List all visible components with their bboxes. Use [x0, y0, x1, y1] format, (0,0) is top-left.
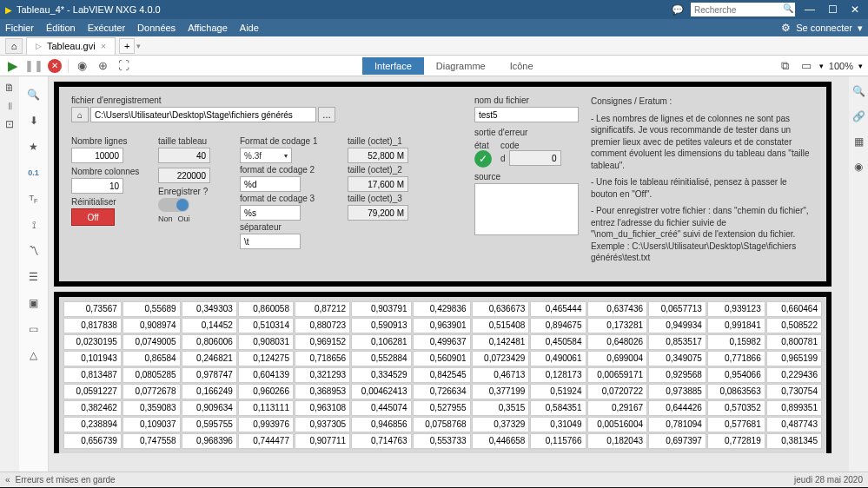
- status-errors-label[interactable]: Erreurs et mises en garde: [16, 475, 116, 485]
- table-cell[interactable]: 0,0772678: [123, 384, 181, 399]
- table-cell[interactable]: 0,182043: [587, 433, 648, 449]
- table-cell[interactable]: 0,101943: [63, 351, 122, 366]
- table-cell[interactable]: 0,246821: [182, 351, 237, 366]
- table-cell[interactable]: 0,772819: [707, 433, 765, 449]
- palette-star-icon[interactable]: ★: [24, 137, 43, 156]
- table-cell[interactable]: 0,508522: [766, 318, 822, 333]
- table-cell[interactable]: 0,115766: [530, 433, 586, 449]
- table-cell[interactable]: 0,965199: [766, 351, 822, 366]
- table-cell[interactable]: 0,880723: [295, 318, 350, 333]
- table-cell[interactable]: 0,487743: [766, 417, 822, 432]
- table-cell[interactable]: 0,552884: [351, 351, 412, 366]
- table-cell[interactable]: 0,0720722: [587, 384, 648, 399]
- table-cell[interactable]: 0,381345: [766, 433, 822, 449]
- table-cell[interactable]: 0,806006: [182, 334, 237, 350]
- format3-input[interactable]: [240, 205, 301, 221]
- table-cell[interactable]: 0,31049: [530, 417, 586, 432]
- table-cell[interactable]: 0,813487: [63, 367, 122, 383]
- table-cell[interactable]: 0,229436: [766, 367, 822, 383]
- table-cell[interactable]: 0,590913: [351, 318, 412, 333]
- document-tab[interactable]: ▷ Tableau.gvi ×: [26, 37, 116, 55]
- table-cell[interactable]: 0,0591227: [63, 384, 122, 399]
- highlight-button[interactable]: ⊕: [95, 58, 110, 74]
- table-cell[interactable]: 0,939123: [707, 301, 765, 317]
- zoom-level[interactable]: 100%: [829, 61, 853, 71]
- table-cell[interactable]: 0,14452: [182, 318, 237, 333]
- probe-button[interactable]: ◉: [74, 58, 89, 74]
- table-cell[interactable]: 0,359083: [123, 400, 181, 416]
- new-window-icon[interactable]: ⧉: [778, 58, 793, 74]
- table-cell[interactable]: 0,993976: [238, 417, 294, 432]
- table-cell[interactable]: 0,781094: [648, 417, 706, 432]
- table-cell[interactable]: 0,15982: [707, 334, 765, 350]
- table-cell[interactable]: 0,46713: [472, 367, 530, 383]
- table-cell[interactable]: 0,0723429: [472, 351, 530, 366]
- table-cell[interactable]: 0,128173: [530, 367, 586, 383]
- maximize-button[interactable]: ☐: [825, 3, 840, 16]
- table-cell[interactable]: 0,726634: [413, 384, 471, 399]
- sep-input[interactable]: [240, 234, 301, 249]
- align-button[interactable]: ⛶: [116, 58, 131, 74]
- table-cell[interactable]: 0,968396: [182, 433, 237, 449]
- table-cell[interactable]: 0,909634: [182, 400, 237, 416]
- table-cell[interactable]: 0,553733: [413, 433, 471, 449]
- table-cell[interactable]: 0,499637: [413, 334, 471, 350]
- table-cell[interactable]: 0,0758768: [413, 417, 471, 432]
- search-input[interactable]: [691, 3, 795, 16]
- table-cell[interactable]: 0,714763: [351, 433, 412, 449]
- table-cell[interactable]: 0,853517: [648, 334, 706, 350]
- table-cell[interactable]: 0,771866: [707, 351, 765, 366]
- table-cell[interactable]: 0,718656: [295, 351, 350, 366]
- table-cell[interactable]: 0,87212: [295, 301, 350, 317]
- rail-split-icon[interactable]: ⫴: [2, 98, 17, 114]
- table-cell[interactable]: 0,908974: [123, 318, 181, 333]
- table-cell[interactable]: 0,747558: [123, 433, 181, 449]
- table-cell[interactable]: 0,00516004: [587, 417, 648, 432]
- table-cell[interactable]: 0,37329: [472, 417, 530, 432]
- menu-affichage[interactable]: Affichage: [188, 23, 228, 33]
- data-table[interactable]: 0,735670,556890,3493030,8600580,872120,9…: [63, 300, 823, 450]
- table-cell[interactable]: 0,903791: [351, 301, 412, 317]
- table-cell[interactable]: 0,960266: [238, 384, 294, 399]
- menu-donnees[interactable]: Données: [137, 23, 176, 33]
- table-cell[interactable]: 0,55689: [123, 301, 181, 317]
- palette-image-icon[interactable]: ▣: [24, 293, 43, 313]
- table-cell[interactable]: 0,907711: [295, 433, 350, 449]
- table-cell[interactable]: 0,744477: [238, 433, 294, 449]
- menu-fichier[interactable]: Fichier: [5, 23, 34, 33]
- rrail-grid-icon[interactable]: ▦: [851, 130, 866, 153]
- rrail-record-icon[interactable]: ◉: [851, 155, 866, 178]
- path-input[interactable]: [90, 107, 316, 122]
- palette-chart-icon[interactable]: 〽: [24, 241, 43, 260]
- table-cell[interactable]: 0,113111: [238, 400, 294, 416]
- palette-search-icon[interactable]: 🔍: [24, 85, 43, 104]
- table-cell[interactable]: 0,699004: [587, 351, 648, 366]
- status-collapse-icon[interactable]: «: [5, 475, 10, 485]
- table-cell[interactable]: 0,527955: [413, 400, 471, 416]
- table-cell[interactable]: 0,109037: [123, 417, 181, 432]
- table-cell[interactable]: 0,949934: [648, 318, 706, 333]
- table-cell[interactable]: 0,963901: [413, 318, 471, 333]
- rail-files-icon[interactable]: 🗎: [2, 80, 17, 96]
- table-cell[interactable]: 0,0805285: [123, 367, 181, 383]
- table-cell[interactable]: 0,445074: [351, 400, 412, 416]
- rail-node-icon[interactable]: ⊡: [2, 116, 17, 132]
- table-cell[interactable]: 0,570352: [707, 400, 765, 416]
- rrail-links-icon[interactable]: 🔗: [851, 105, 866, 128]
- table-cell[interactable]: 0,660464: [766, 301, 822, 317]
- table-cell[interactable]: 0,595755: [182, 417, 237, 432]
- table-cell[interactable]: 0,377199: [472, 384, 530, 399]
- table-cell[interactable]: 0,560901: [413, 351, 471, 366]
- table-cell[interactable]: 0,584351: [530, 400, 586, 416]
- menu-edition[interactable]: Édition: [46, 23, 76, 33]
- table-cell[interactable]: 0,0863563: [707, 384, 765, 399]
- tab-interface[interactable]: Interface: [362, 57, 424, 75]
- table-cell[interactable]: 0,800781: [766, 334, 822, 350]
- table-cell[interactable]: 0,368953: [295, 384, 350, 399]
- table-cell[interactable]: 0,450584: [530, 334, 586, 350]
- table-cell[interactable]: 0,86584: [123, 351, 181, 366]
- path-browse-button[interactable]: ⌂: [71, 107, 89, 122]
- close-button[interactable]: ✕: [847, 3, 863, 16]
- table-cell[interactable]: 0,73567: [63, 301, 122, 317]
- zoom-chevron-icon[interactable]: ▾: [858, 62, 863, 70]
